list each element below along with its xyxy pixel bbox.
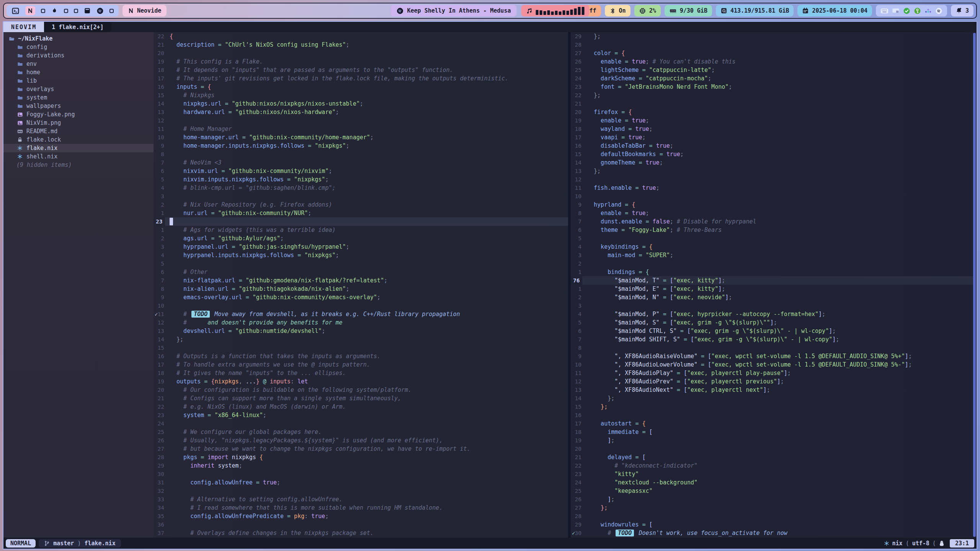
line-number: 12 xyxy=(154,117,164,124)
tree-item-derivations[interactable]: derivations xyxy=(3,51,154,60)
tree-item-nixvim-png[interactable]: NixVim.png xyxy=(3,119,154,127)
tree-item-config[interactable]: config xyxy=(3,43,154,51)
status-memory[interactable]: 9/30 GiB xyxy=(665,5,712,16)
tree-item-lib[interactable]: lib xyxy=(3,77,154,85)
buffer-tab-flake-nix[interactable]: 1 flake.nix[2+] xyxy=(44,22,111,32)
code-line: 16 # Outputs is a function that takes th… xyxy=(154,352,568,360)
tree-item-wallpapers[interactable]: wallpapers xyxy=(3,102,154,110)
tree-item-foggy-lake-png[interactable]: Foggy-Lake.png xyxy=(3,110,154,119)
file-tree: ~/NixFlakeconfigderivationsenvhomelibove… xyxy=(3,32,154,169)
editor-pane-left[interactable]: 22{21 description = "ChUrl's NixOS confi… xyxy=(154,32,568,538)
code-text: # We configure our global packages here. xyxy=(164,429,322,435)
workspace-icon[interactable] xyxy=(41,9,45,13)
status-disk[interactable]: 413.19/915.81 GiB xyxy=(716,5,794,16)
code-line: 2 # Nix User Repository (e.g. Firefox ad… xyxy=(154,201,568,209)
spotify-icon xyxy=(397,7,404,15)
screenshare-icon[interactable] xyxy=(892,8,900,14)
code-line: 20 # Our configuration is buildable on t… xyxy=(154,386,568,394)
line-number: 26 xyxy=(154,437,164,443)
tree-item-home[interactable]: home xyxy=(3,68,154,77)
sidebar-title-tab[interactable]: NEOVIM xyxy=(3,22,44,32)
tree-item-shell-nix[interactable]: shell.nix xyxy=(3,152,154,161)
keyboard-icon[interactable] xyxy=(880,8,889,14)
code-text: # Nixpkgs xyxy=(164,92,214,99)
spotify-tray-icon[interactable] xyxy=(935,7,942,15)
disk-icon xyxy=(720,7,727,14)
neovide-active-icon[interactable] xyxy=(25,6,35,15)
neovide-icon xyxy=(128,8,134,14)
code-line: ✓30 # TODO Doesn't work, use focus_on_ac… xyxy=(571,529,974,537)
line-number: 30 xyxy=(154,471,164,477)
line-number: 8 xyxy=(154,151,164,157)
now-playing[interactable]: Keep Shelly In Athens - Medusa xyxy=(391,5,517,16)
folder-icon xyxy=(16,53,23,59)
line-number: 3 xyxy=(154,193,164,199)
line-number: 1 xyxy=(154,210,164,216)
tree-item-label: flake.nix xyxy=(26,145,57,152)
audio-visualizer[interactable] xyxy=(521,5,589,16)
tailscale-icon[interactable] xyxy=(924,7,932,15)
line-number: 33 xyxy=(154,496,164,502)
cursor-position: 23:1 xyxy=(950,539,974,548)
music-note-icon xyxy=(526,7,532,14)
notifications[interactable]: 3 xyxy=(951,5,973,16)
code-text: hyprland = { xyxy=(581,201,635,208)
status-clock[interactable]: 2025-06-18 00:04 xyxy=(797,5,872,16)
code-text: ", XF86AudioLowerVolume" = ["exec, wpctl… xyxy=(581,361,912,368)
code-line: 10 home-manager.url = "github:nix-commun… xyxy=(154,133,568,142)
code-line: 21 # Configs can support more than a sin… xyxy=(154,394,568,403)
workspace-icon[interactable] xyxy=(64,9,68,13)
tree-item-overlays[interactable]: overlays xyxy=(3,85,154,93)
tree-item-readme-md[interactable]: README.md xyxy=(3,127,154,135)
code-text: }; xyxy=(581,403,608,410)
line-number: 36 xyxy=(154,522,164,528)
nix-icon xyxy=(16,154,23,159)
tree-item-system[interactable]: system xyxy=(3,93,154,102)
workspace-launcher[interactable] xyxy=(7,5,119,16)
code-text: # but because we want to change the nixp… xyxy=(164,445,470,452)
verified-icon[interactable] xyxy=(903,7,910,15)
topbar-right: 85%OffOn2%9/30 GiB413.19/915.81 GiB2025-… xyxy=(537,5,973,16)
tree-item-env[interactable]: env xyxy=(3,60,154,68)
pane-separator[interactable] xyxy=(568,32,571,538)
tree-item--nixflake[interactable]: ~/NixFlake xyxy=(3,34,154,43)
visualizer-bar xyxy=(551,11,554,15)
code-text: vaapi = true; xyxy=(581,134,646,141)
line-number: 21 xyxy=(571,454,581,460)
code-line: 11 ", XF86AudioPlay" = ["exec, playerctl… xyxy=(571,369,974,377)
code-text: "$mainMod CTRL, S" = ["exec, grim -g \"$… xyxy=(581,328,836,334)
workspace-icon[interactable] xyxy=(74,9,78,13)
terminal-icon[interactable] xyxy=(11,7,20,15)
nix-icon xyxy=(884,541,889,546)
system-tray[interactable] xyxy=(876,5,947,16)
status-bluetooth[interactable]: On xyxy=(605,5,630,16)
bell-icon xyxy=(956,7,962,14)
keepass-icon[interactable] xyxy=(914,7,921,15)
code-text: outputs = {nixpkgs, ...} @ inputs: let xyxy=(164,378,308,385)
line-number: 15 xyxy=(571,151,581,157)
code-line: 4 hyprpanel.inputs.nixpkgs.follows = "ni… xyxy=(154,251,568,259)
tree-item-flake-lock[interactable]: flake.lock xyxy=(3,135,154,144)
line-number: 17 xyxy=(154,362,164,368)
topbar-center: Keep Shelly In Athens - Medusa xyxy=(391,5,590,16)
code-line: 29 }; xyxy=(571,32,974,41)
line-number: 10 xyxy=(571,193,581,199)
tree-item-flake-nix[interactable]: flake.nix xyxy=(3,144,154,152)
workspace-icon[interactable] xyxy=(109,9,114,13)
line-number: 12 xyxy=(571,378,581,385)
code-text: }; xyxy=(581,395,614,402)
spotify-icon[interactable] xyxy=(96,7,104,15)
cursor xyxy=(170,218,173,225)
status-cpu[interactable]: 2% xyxy=(634,5,661,16)
code-text: ", XF86AudioPlay" = ["exec, playerctl pl… xyxy=(581,370,791,377)
firefox-icon[interactable] xyxy=(51,7,58,15)
code-line: 3 xyxy=(154,192,568,201)
kitty-icon[interactable] xyxy=(84,7,91,14)
line-number: 10 xyxy=(154,303,164,309)
tree-item-label: NixVim.png xyxy=(26,119,61,126)
editor-pane-right[interactable]: 29 };2827 color = {26 enable = true; # Y… xyxy=(571,32,974,538)
code-line: 5 "$mainMod, S" = ["exec, grim -g \"$(sl… xyxy=(571,318,974,327)
active-app[interactable]: Neovide xyxy=(122,5,167,16)
git-branch: master xyxy=(53,540,74,547)
scrollbar[interactable] xyxy=(973,33,976,537)
